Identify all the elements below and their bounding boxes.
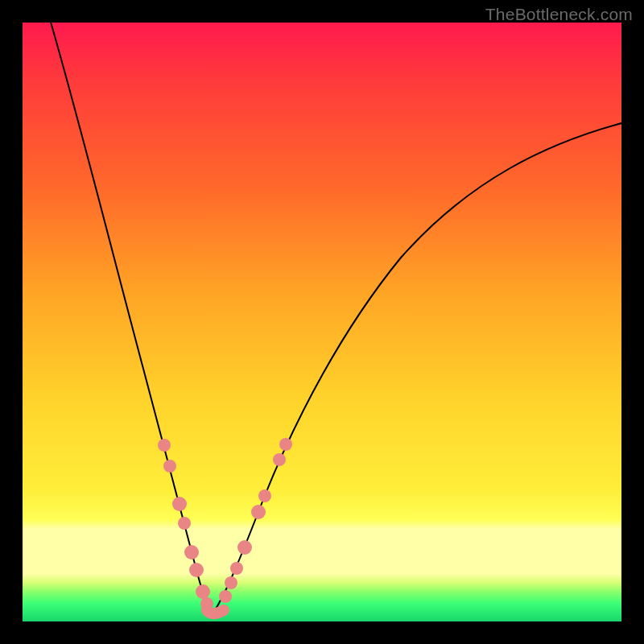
bead-dot [230, 562, 243, 575]
bead-dot [273, 453, 286, 466]
bead-dot [225, 576, 237, 589]
plot-area [23, 23, 621, 621]
bead-dot [251, 505, 266, 519]
bead-valley-floor [207, 610, 224, 613]
bead-dot [158, 439, 171, 452]
bead-dot [189, 563, 204, 577]
outer-black-frame: TheBottleneck.com [0, 0, 644, 644]
bead-dot [237, 540, 252, 555]
bead-dot [258, 489, 271, 502]
bead-dot [163, 460, 176, 473]
bead-dot [279, 438, 292, 451]
bead-dot [184, 545, 199, 559]
bead-dot [196, 584, 210, 599]
bead-dot [178, 517, 191, 530]
watermark-text: TheBottleneck.com [485, 5, 633, 24]
bead-dot [219, 590, 232, 603]
curve-layer [23, 23, 621, 621]
curve-right-branch [212, 122, 625, 615]
bead-dot [172, 497, 187, 511]
